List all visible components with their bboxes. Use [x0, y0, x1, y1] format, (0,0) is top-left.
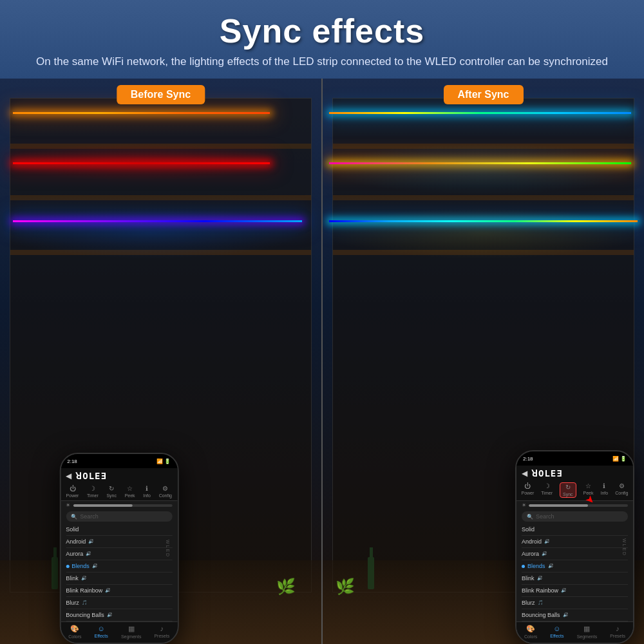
glow-cyan — [323, 143, 644, 194]
effect-android-right[interactable]: Android 🔊 — [522, 536, 628, 548]
power-icon-left: ⏻ — [70, 485, 76, 492]
effect-solid-left[interactable]: Solid — [66, 524, 172, 536]
effect-blink-rainbow-icon-right: 🔊 — [561, 588, 567, 593]
glow-red — [0, 143, 283, 182]
tab-colors-right[interactable]: 🎨 Colors — [524, 625, 537, 639]
effect-blends-left[interactable]: Blends 🔊 — [66, 560, 172, 573]
effect-blink-rainbow-left[interactable]: Blink Rainbow 🔊 — [66, 585, 172, 597]
before-sync-label: Before Sync — [117, 85, 205, 104]
plant-left: 🌿 — [276, 578, 296, 596]
led-strip-top-left — [13, 112, 270, 114]
glow-blue — [0, 207, 302, 259]
brightness-bar-left[interactable] — [73, 504, 172, 507]
nav-config-right[interactable]: ⚙ Config — [615, 482, 628, 498]
effect-blurz-icon-left: 🎵 — [82, 600, 88, 605]
segments-tab-icon-right: ▦ — [583, 625, 590, 633]
header: Sync effects On the same WiFi network, t… — [0, 0, 644, 79]
effect-aurora-left[interactable]: Aurora 🔊 — [66, 548, 172, 560]
effect-blink-rainbow-label-left: Blink Rainbow — [66, 587, 102, 594]
phone-nav-right: ⏻ Power ☽ Timer ↻ Sync — [516, 480, 633, 501]
effects-tab-label-left: Effects — [95, 634, 108, 638]
effect-bouncing-balls-right[interactable]: Bouncing Balls 🔊 — [522, 609, 628, 621]
effect-bouncing-balls-left[interactable]: Bouncing Balls 🔊 — [66, 609, 172, 621]
effect-blink-right[interactable]: Blink 🔊 — [522, 573, 628, 585]
status-icons-right: 📶 🔋 — [612, 456, 627, 462]
effect-android-left[interactable]: Android 🔊 — [66, 536, 172, 548]
effect-blurz-label-left: Blurz — [66, 600, 79, 606]
nav-sync-left[interactable]: ↻ Sync — [106, 485, 117, 498]
nav-timer-left[interactable]: ☽ Timer — [87, 485, 99, 498]
nav-sync-right[interactable]: ↻ Sync — [560, 482, 576, 498]
nav-peek-left[interactable]: ☆ Peek — [125, 485, 135, 498]
wled-side-text-left: WLED — [166, 539, 171, 557]
effect-blurz-left[interactable]: Blurz 🎵 — [66, 597, 172, 609]
effect-blink-left[interactable]: Blink 🔊 — [66, 573, 172, 585]
tab-colors-left[interactable]: 🎨 Colors — [68, 625, 81, 639]
effect-android-label-right: Android — [522, 538, 542, 545]
timer-icon-left: ☽ — [90, 485, 95, 492]
effect-bouncing-balls-icon-right: 🔊 — [563, 612, 569, 618]
effect-android-icon-left: 🔊 — [88, 539, 94, 544]
presets-tab-label-right: Presets — [610, 634, 625, 638]
nav-config-left[interactable]: ⚙ Config — [159, 485, 172, 498]
config-icon-right: ⚙ — [619, 482, 625, 489]
effect-blends-right[interactable]: Blends 🔊 — [522, 560, 628, 573]
nav-power-left[interactable]: ⏻ Power — [66, 485, 79, 498]
nav-power-right[interactable]: ⏻ Power — [522, 482, 535, 498]
search-box-left[interactable]: 🔍 Search — [66, 511, 172, 522]
colors-tab-label-left: Colors — [68, 634, 81, 639]
segments-tab-label-right: Segments — [577, 634, 598, 639]
phone-left: 2:18 📶 🔋 ◀ ꓤOLEƎ ⏻ Pow — [59, 453, 178, 644]
sync-icon-right: ↻ — [565, 484, 571, 491]
effect-blurz-label-right: Blurz — [522, 600, 535, 606]
effect-blurz-icon-right: 🎵 — [538, 600, 544, 605]
presets-tab-icon-left: ♪ — [160, 625, 164, 632]
effect-blink-rainbow-right[interactable]: Blink Rainbow 🔊 — [522, 585, 628, 597]
tab-segments-right[interactable]: ▦ Segments — [577, 625, 598, 639]
nav-sync-label-right: Sync — [563, 492, 573, 497]
tab-effects-left[interactable]: ☺ Effects — [95, 625, 108, 639]
shelf-line-r2 — [333, 195, 634, 200]
colors-tab-label-right: Colors — [524, 634, 537, 639]
effect-solid-label-left: Solid — [66, 526, 79, 533]
presets-tab-icon-right: ♪ — [616, 625, 620, 632]
content-area: 🌿 Before Sync 2:18 📶 🔋 — [0, 79, 644, 644]
effects-tab-icon-right: ☺ — [553, 625, 560, 632]
phone-screen-left: ◀ ꓤOLEƎ ⏻ Power ☽ Timer — [61, 468, 177, 621]
back-arrow-right[interactable]: ◀ — [522, 469, 527, 478]
info-icon-left: ℹ — [146, 485, 148, 492]
config-icon-left: ⚙ — [162, 485, 168, 492]
effect-blurz-right[interactable]: Blurz 🎵 — [522, 597, 628, 609]
colors-tab-icon-left: 🎨 — [70, 625, 79, 633]
phone-tabs-left: 🎨 Colors ☺ Effects ▦ Segments ♪ — [61, 621, 177, 643]
effect-solid-label-right: Solid — [522, 526, 535, 533]
effect-aurora-right[interactable]: Aurora 🔊 — [522, 548, 628, 560]
back-arrow-left[interactable]: ◀ — [66, 471, 71, 480]
search-icon-right: 🔍 — [527, 514, 533, 520]
phone-header-left: ◀ ꓤOLEƎ — [61, 468, 177, 482]
tab-presets-left[interactable]: ♪ Presets — [154, 625, 169, 639]
power-icon-right: ⏻ — [524, 482, 531, 489]
tab-segments-left[interactable]: ▦ Segments — [121, 625, 142, 639]
phone-right-wrapper: 2:18 📶 🔋 ◀ ꓤOLEƎ ⏻ Pow — [515, 450, 634, 644]
wled-logo-left: ꓤOLEƎ — [75, 471, 107, 481]
effect-blends-dot-left — [66, 565, 69, 568]
after-sync-panel: 🌿 After Sync 2:18 📶 🔋 — [323, 79, 644, 644]
segments-tab-label-left: Segments — [121, 634, 142, 639]
brightness-bar-right[interactable] — [529, 504, 628, 507]
nav-timer-right[interactable]: ☽ Timer — [541, 482, 553, 498]
peek-icon-right: ☆ — [585, 482, 591, 489]
time-right: 2:18 — [523, 456, 533, 462]
effect-blink-label-right: Blink — [522, 575, 535, 582]
colors-tab-icon-right: 🎨 — [526, 625, 535, 633]
tab-effects-right[interactable]: ☺ Effects — [550, 625, 564, 639]
segments-tab-icon-left: ▦ — [128, 625, 135, 633]
nav-info-right[interactable]: ℹ Info — [601, 482, 609, 498]
effect-solid-right[interactable]: Solid — [522, 524, 628, 536]
effect-blink-icon-right: 🔊 — [537, 576, 543, 581]
nav-info-left[interactable]: ℹ Info — [143, 485, 151, 498]
tab-presets-right[interactable]: ♪ Presets — [610, 625, 625, 639]
effect-android-label-left: Android — [66, 538, 86, 545]
search-placeholder-left: Search — [80, 513, 99, 520]
search-box-right[interactable]: 🔍 Search — [522, 511, 628, 522]
